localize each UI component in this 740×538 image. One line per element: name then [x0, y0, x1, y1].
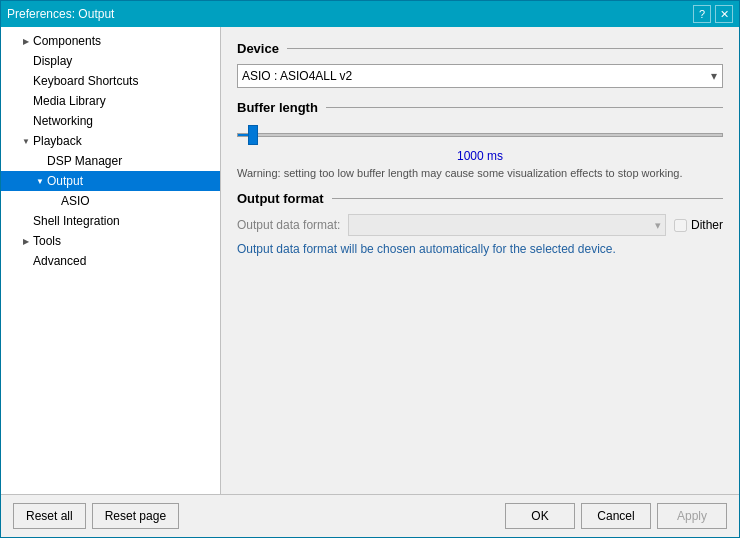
window-title: Preferences: Output — [7, 7, 114, 21]
buffer-section-header: Buffer length — [237, 100, 723, 115]
expand-icon-components: ▶ — [19, 34, 33, 48]
sidebar-label-advanced: Advanced — [33, 254, 86, 268]
sidebar-label-tools: Tools — [33, 234, 61, 248]
expand-icon-asio — [47, 194, 61, 208]
output-format-label: Output data format: — [237, 218, 340, 232]
slider-thumb[interactable] — [248, 125, 258, 145]
title-bar: Preferences: Output ? ✕ — [1, 1, 739, 27]
format-select — [348, 214, 666, 236]
preferences-window: Preferences: Output ? ✕ ▶ComponentsDispl… — [0, 0, 740, 538]
sidebar-item-networking[interactable]: Networking — [1, 111, 220, 131]
output-format-row: Output data format: Dither — [237, 214, 723, 236]
dither-checkbox[interactable] — [674, 219, 687, 232]
sidebar-item-tools[interactable]: ▶Tools — [1, 231, 220, 251]
reset-page-button[interactable]: Reset page — [92, 503, 179, 529]
expand-icon-keyboard-shortcuts — [19, 74, 33, 88]
device-section: Device ASIO : ASIO4ALL v2 — [237, 41, 723, 88]
expand-icon-networking — [19, 114, 33, 128]
device-select-wrapper: ASIO : ASIO4ALL v2 — [237, 64, 723, 88]
sidebar-label-media-library: Media Library — [33, 94, 106, 108]
sidebar-item-components[interactable]: ▶Components — [1, 31, 220, 51]
expand-icon-advanced — [19, 254, 33, 268]
expand-icon-display — [19, 54, 33, 68]
sidebar-label-asio: ASIO — [61, 194, 90, 208]
help-button[interactable]: ? — [693, 5, 711, 23]
sidebar-label-display: Display — [33, 54, 72, 68]
sidebar-label-shell-integration: Shell Integration — [33, 214, 120, 228]
buffer-section: Buffer length 1000 ms Warning: setting t… — [237, 100, 723, 179]
auto-format-note: Output data format will be chosen automa… — [237, 242, 723, 256]
main-content: Device ASIO : ASIO4ALL v2 Buffer length — [221, 27, 739, 494]
expand-icon-dsp-manager — [33, 154, 47, 168]
footer: Reset all Reset page OK Cancel Apply — [1, 494, 739, 537]
format-select-wrapper — [348, 214, 666, 236]
sidebar: ▶ComponentsDisplayKeyboard ShortcutsMedi… — [1, 27, 221, 494]
sidebar-item-media-library[interactable]: Media Library — [1, 91, 220, 111]
sidebar-item-output[interactable]: ▼Output — [1, 171, 220, 191]
dither-wrapper: Dither — [674, 218, 723, 232]
sidebar-item-dsp-manager[interactable]: DSP Manager — [1, 151, 220, 171]
sidebar-label-keyboard-shortcuts: Keyboard Shortcuts — [33, 74, 138, 88]
output-format-header: Output format — [237, 191, 723, 206]
device-select[interactable]: ASIO : ASIO4ALL v2 — [237, 64, 723, 88]
expand-icon-media-library — [19, 94, 33, 108]
window-body: ▶ComponentsDisplayKeyboard ShortcutsMedi… — [1, 27, 739, 494]
slider-bg — [237, 133, 723, 137]
expand-icon-shell-integration — [19, 214, 33, 228]
output-format-section: Output format Output data format: Dither… — [237, 191, 723, 256]
buffer-warning: Warning: setting too low buffer length m… — [237, 167, 723, 179]
ok-button[interactable]: OK — [505, 503, 575, 529]
reset-all-button[interactable]: Reset all — [13, 503, 86, 529]
sidebar-item-shell-integration[interactable]: Shell Integration — [1, 211, 220, 231]
sidebar-item-playback[interactable]: ▼Playback — [1, 131, 220, 151]
sidebar-label-dsp-manager: DSP Manager — [47, 154, 122, 168]
sidebar-item-keyboard-shortcuts[interactable]: Keyboard Shortcuts — [1, 71, 220, 91]
slider-track — [237, 127, 723, 143]
footer-left: Reset all Reset page — [13, 503, 179, 529]
sidebar-item-advanced[interactable]: Advanced — [1, 251, 220, 271]
sidebar-item-asio[interactable]: ASIO — [1, 191, 220, 211]
sidebar-label-networking: Networking — [33, 114, 93, 128]
title-bar-controls: ? ✕ — [693, 5, 733, 23]
cancel-button[interactable]: Cancel — [581, 503, 651, 529]
sidebar-label-output: Output — [47, 174, 83, 188]
buffer-value: 1000 ms — [237, 149, 723, 163]
expand-icon-playback: ▼ — [19, 134, 33, 148]
sidebar-label-components: Components — [33, 34, 101, 48]
slider-container — [237, 123, 723, 145]
dither-label: Dither — [691, 218, 723, 232]
footer-right: OK Cancel Apply — [505, 503, 727, 529]
expand-icon-output: ▼ — [33, 174, 47, 188]
device-section-header: Device — [237, 41, 723, 56]
close-button[interactable]: ✕ — [715, 5, 733, 23]
apply-button[interactable]: Apply — [657, 503, 727, 529]
sidebar-item-display[interactable]: Display — [1, 51, 220, 71]
expand-icon-tools: ▶ — [19, 234, 33, 248]
sidebar-label-playback: Playback — [33, 134, 82, 148]
